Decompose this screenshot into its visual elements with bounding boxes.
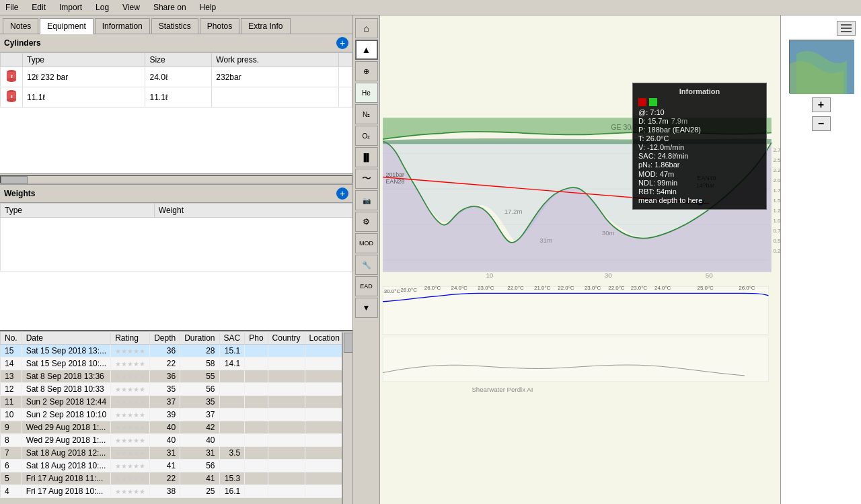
tab-extrainfo[interactable]: Extra Info xyxy=(241,18,290,34)
tab-information[interactable]: Information xyxy=(95,18,150,34)
list-col-header: No. xyxy=(1,332,22,345)
svg-text:26.0°C: 26.0°C xyxy=(739,285,755,291)
menu-edit[interactable]: Edit xyxy=(29,1,48,13)
dive-list-scroll[interactable]: No.DateRatingDepthDurationSACPhoCountryL… xyxy=(0,331,342,504)
dive-no: 12 xyxy=(1,383,22,396)
dive-rating: ★★★★★ xyxy=(111,434,150,447)
dive-duration: 25 xyxy=(180,485,219,498)
svg-text:2.75: 2.75 xyxy=(773,147,780,153)
dive-location xyxy=(305,460,342,472)
toolbar-btn-deco[interactable]: 🔧 xyxy=(355,255,378,275)
toolbar-btn-collapse[interactable]: ▼ xyxy=(355,298,378,318)
dive-no: 11 xyxy=(1,396,22,409)
menu-file[interactable]: File xyxy=(3,1,21,13)
tab-statistics[interactable]: Statistics xyxy=(151,18,198,34)
dive-list-row[interactable]: 5 Fri 17 Aug 2018 11:... ★★★★★ 22 41 15.… xyxy=(1,472,342,485)
dive-list-row[interactable]: 13 Sat 8 Sep 2018 13:36 ★★★★★ 36 55 xyxy=(1,370,342,383)
dive-duration: 42 xyxy=(180,421,219,434)
dive-sac xyxy=(219,421,245,434)
svg-text:17.2m: 17.2m xyxy=(504,208,523,215)
dive-location xyxy=(305,370,342,383)
dive-rating: ★★★★★ xyxy=(111,485,150,498)
toolbar-btn-he[interactable]: He xyxy=(355,83,378,103)
tab-photos[interactable]: Photos xyxy=(200,18,239,34)
dive-list-row[interactable]: 6 Sat 18 Aug 2018 10:... ★★★★★ 41 56 xyxy=(1,460,342,472)
menu-view[interactable]: View xyxy=(120,1,143,13)
info-ndl: NDL: 99min xyxy=(638,179,761,187)
dive-list-row[interactable]: 14 Sat 15 Sep 2018 10:... ★★★★★ 22 58 14… xyxy=(1,358,342,370)
dive-list-row[interactable]: 8 Wed 29 Aug 2018 1:... ★★★★★ 40 40 xyxy=(1,434,342,447)
dive-pho xyxy=(245,396,268,409)
svg-text:1.5: 1.5 xyxy=(773,198,780,204)
dive-no: 7 xyxy=(1,447,22,460)
cylinder-workpress xyxy=(212,87,339,108)
svg-rect-43 xyxy=(383,337,768,382)
list-col-header: Location xyxy=(305,332,342,345)
main-container: Notes Equipment Information Statistics P… xyxy=(0,15,861,504)
col-type: Type xyxy=(23,53,145,67)
dive-location xyxy=(305,472,342,485)
svg-text:⬆: ⬆ xyxy=(10,95,13,99)
toolbar-btn-terrain[interactable]: ▲ xyxy=(355,40,378,60)
svg-text:24.0°C: 24.0°C xyxy=(654,285,671,291)
cylinder-row[interactable]: ⬆ 11.1ℓ 11.1ℓ xyxy=(1,87,352,108)
add-weight-button[interactable]: + xyxy=(336,187,348,200)
dive-list-row[interactable]: 7 Sat 18 Aug 2018 12:... ★★★★★ 31 31 3.5 xyxy=(1,447,342,460)
menu-help[interactable]: Help xyxy=(197,1,219,13)
cylinder-type: 12ℓ 232 bar xyxy=(23,67,145,87)
dive-duration: 55 xyxy=(180,370,219,383)
toolbar-btn-mod[interactable]: MOD xyxy=(355,233,378,253)
info-time: @: 7:10 xyxy=(638,108,761,116)
menu-shareon[interactable]: Share on xyxy=(151,1,189,13)
toolbar-btn-settings[interactable]: ⚙ xyxy=(355,212,378,232)
map-menu-button[interactable] xyxy=(837,21,856,36)
dive-list-panel: No.DateRatingDepthDurationSACPhoCountryL… xyxy=(0,330,352,504)
dive-list-row[interactable]: 9 Wed 29 Aug 2018 1:... ★★★★★ 40 42 xyxy=(1,421,342,434)
dive-country xyxy=(268,383,305,396)
col-workpress: Work press. xyxy=(212,53,339,67)
dive-no: 4 xyxy=(1,485,22,498)
menu-log[interactable]: Log xyxy=(93,1,112,13)
info-temp: T: 26.0°C xyxy=(638,134,761,142)
weights-title: Weights xyxy=(4,189,35,198)
dive-rating: ★★★★★ xyxy=(111,383,150,396)
toolbar-btn-o2[interactable]: O₂ xyxy=(355,126,378,146)
toolbar-btn-trend[interactable]: 〜 xyxy=(355,169,378,189)
cylinder-row[interactable]: ⬆ 12ℓ 232 bar 24.0ℓ 232bar xyxy=(1,67,352,87)
tab-equipment[interactable]: Equipment xyxy=(40,18,93,34)
svg-text:0.75: 0.75 xyxy=(773,228,780,234)
dive-list-row[interactable]: 12 Sat 8 Sep 2018 10:33 ★★★★★ 35 56 xyxy=(1,383,342,396)
dive-list-row[interactable]: 15 Sat 15 Sep 2018 13:... ★★★★★ 36 28 15… xyxy=(1,345,342,358)
toolbar-btn-home[interactable]: ⌂ xyxy=(355,18,378,38)
menu-import[interactable]: Import xyxy=(57,1,85,13)
dive-list-row[interactable]: 11 Sun 2 Sep 2018 12:44 ★★★★★ 37 35 xyxy=(1,396,342,409)
dive-list-row[interactable]: 4 Fri 17 Aug 2018 10:... ★★★★★ 38 25 16.… xyxy=(1,485,342,498)
dive-rating: ★★★★★ xyxy=(111,460,150,472)
cylinder-size: 24.0ℓ xyxy=(145,67,212,87)
svg-text:1.25: 1.25 xyxy=(773,208,780,214)
map-zoom-in-button[interactable]: + xyxy=(812,97,831,112)
toolbar-btn-ead[interactable]: EAD xyxy=(355,276,378,296)
toolbar-btn-graph[interactable]: ▐▌ xyxy=(355,147,378,167)
dive-country xyxy=(268,447,305,460)
map-zoom-out-button[interactable]: − xyxy=(812,116,831,131)
dive-country xyxy=(268,485,305,498)
dive-list-scrollbar[interactable] xyxy=(342,331,352,504)
dive-location xyxy=(305,421,342,434)
profile-toolbar: ⌂ ▲ ⊕ He N₂ O₂ ▐▌ 〜 📷 ⚙ MOD 🔧 EAD ▼ xyxy=(353,15,380,504)
dive-date: Sat 18 Aug 2018 12:... xyxy=(22,447,110,460)
hscrollbar[interactable] xyxy=(0,173,352,184)
add-cylinder-button[interactable]: + xyxy=(336,37,348,49)
dive-country xyxy=(268,345,305,358)
dive-list-row[interactable]: 10 Sun 2 Sep 2018 10:10 ★★★★★ 39 37 xyxy=(1,409,342,421)
tab-notes[interactable]: Notes xyxy=(3,18,38,34)
dive-sac xyxy=(219,409,245,421)
dive-rating: ★★★★★ xyxy=(111,447,150,460)
toolbar-btn-n2[interactable]: N₂ xyxy=(355,104,378,124)
dive-no: 5 xyxy=(1,472,22,485)
svg-rect-28 xyxy=(383,287,768,335)
toolbar-btn-photo[interactable]: 📷 xyxy=(355,190,378,210)
svg-text:22.0°C: 22.0°C xyxy=(608,285,625,291)
toolbar-btn-zoom[interactable]: ⊕ xyxy=(355,61,378,81)
dive-country xyxy=(268,409,305,421)
